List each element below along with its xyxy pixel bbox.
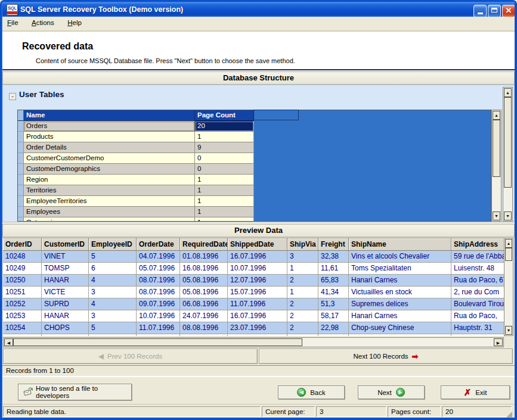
- row-indicator: [18, 175, 24, 185]
- column-header[interactable]: EmployeeID: [89, 238, 137, 251]
- cell: 1: [287, 263, 318, 275]
- row-indicator: [18, 132, 24, 142]
- column-header[interactable]: OrderID: [3, 238, 42, 251]
- how-to-send-file-button[interactable]: How to send a file to developers: [18, 384, 132, 400]
- user-table-row[interactable]: Order Details9: [18, 142, 254, 153]
- table-name-cell: Orders: [24, 121, 195, 132]
- scroll-up-icon[interactable]: ▲: [493, 111, 500, 120]
- user-table-row[interactable]: Products1: [18, 132, 254, 142]
- user-table-row[interactable]: CustomerDemographics0: [18, 164, 254, 175]
- row-indicator: [18, 121, 24, 132]
- table-name-cell: Products: [24, 132, 195, 142]
- table-row[interactable]: 10250HANAR408.07.199605.08.199612.07.199…: [3, 275, 504, 287]
- cell: 15.07.1996: [228, 334, 287, 336]
- column-header[interactable]: ShipName: [349, 238, 451, 251]
- user-table-row[interactable]: EmployeeTerritories1: [18, 196, 254, 207]
- row-indicator: [18, 196, 24, 207]
- cell: 10.07.1996: [137, 310, 180, 322]
- cell: 2, rue du Com: [451, 287, 504, 298]
- cell: HANAR: [42, 275, 89, 287]
- cell: 16.07.1996: [228, 251, 287, 263]
- scrollbar-thumb[interactable]: [504, 97, 512, 188]
- scrollbar-thumb[interactable]: [13, 338, 302, 346]
- app-icon: SQL: [7, 4, 18, 15]
- scroll-up-icon[interactable]: ▲: [505, 239, 512, 248]
- scrollbar-thumb[interactable]: [505, 248, 512, 261]
- scrollbar-thumb[interactable]: [493, 120, 500, 177]
- column-header[interactable]: Freight: [318, 238, 349, 251]
- cell: 24.07.1996: [180, 310, 228, 322]
- maximize-icon: [491, 8, 497, 13]
- column-header[interactable]: ShippedDate: [228, 238, 287, 251]
- close-button[interactable]: ✕: [502, 5, 515, 17]
- menu-file[interactable]: File: [2, 17, 24, 28]
- cell: Starenweg 5: [451, 334, 504, 336]
- scroll-down-icon[interactable]: ▼: [493, 211, 500, 220]
- collapse-user-tables-button[interactable]: -: [9, 93, 16, 100]
- how-to-send-file-label: How to send a file to developers: [36, 385, 131, 399]
- menu-help[interactable]: Help: [62, 17, 87, 28]
- cell: 23.07.1996: [228, 322, 287, 334]
- cell: 9: [89, 334, 137, 336]
- page-count-cell: 0: [195, 153, 254, 164]
- cell: 10248: [3, 251, 42, 263]
- next-arrow-icon: ➡: [412, 352, 419, 361]
- table-row[interactable]: 10252SUPRD409.07.199606.08.199611.07.199…: [3, 298, 504, 310]
- table-row[interactable]: 10248VINET504.07.199601.08.199616.07.199…: [3, 251, 504, 263]
- cell: 11.07.1996: [137, 322, 180, 334]
- table-row[interactable]: 10254CHOPS511.07.199608.08.199623.07.199…: [3, 322, 504, 334]
- database-structure-scrollbar[interactable]: ▲ ▼: [503, 87, 513, 222]
- cell: 04.07.1996: [137, 251, 180, 263]
- scroll-left-icon[interactable]: ◀: [4, 338, 13, 346]
- user-table-row[interactable]: Employees1: [18, 207, 254, 217]
- next-button[interactable]: Next ▶: [358, 385, 425, 399]
- page-count-cell: 1: [195, 196, 254, 207]
- maximize-button[interactable]: [488, 5, 501, 17]
- user-tables-scrollbar[interactable]: ▲ ▼: [491, 110, 501, 222]
- cell: 05.08.1996: [180, 287, 228, 298]
- preview-vertical-scrollbar[interactable]: ▲ ▼: [504, 238, 513, 336]
- column-header[interactable]: OrderDate: [137, 238, 180, 251]
- column-header[interactable]: ShipVia: [287, 238, 318, 251]
- user-table-row[interactable]: CustomerCustomerDemo0: [18, 153, 254, 164]
- menu-actions[interactable]: Actions: [26, 17, 60, 28]
- next-100-records-button[interactable]: Next 100 Records ➡: [259, 349, 513, 364]
- column-header[interactable]: CustomerID: [42, 238, 89, 251]
- user-table-row[interactable]: Region1: [18, 175, 254, 185]
- table-row[interactable]: 10255RICHT912.07.199609.08.199615.07.199…: [3, 334, 504, 336]
- user-table-row[interactable]: Orders20: [18, 121, 254, 132]
- table-name-cell: Categories: [24, 217, 195, 222]
- scroll-right-icon[interactable]: ▶: [494, 338, 503, 346]
- cell: 06.08.1996: [180, 298, 228, 310]
- table-row[interactable]: 10253HANAR310.07.199624.07.199616.07.199…: [3, 310, 504, 322]
- back-button[interactable]: ◀ Back: [278, 385, 345, 399]
- scroll-down-icon[interactable]: ▼: [505, 326, 512, 335]
- cell: Vins et alcools Chevalier: [349, 251, 451, 263]
- preview-horizontal-scrollbar[interactable]: ◀ ▶: [3, 337, 504, 347]
- records-range-info: Records from 1 to 100: [2, 365, 515, 377]
- column-header-name[interactable]: Name: [24, 110, 195, 121]
- table-row[interactable]: 10251VICTE308.07.199605.08.199615.07.199…: [3, 287, 504, 298]
- user-table-row[interactable]: Categories1: [18, 217, 254, 222]
- minimize-button[interactable]: [473, 5, 487, 17]
- page-count-cell: 1: [195, 185, 254, 196]
- preview-header-row: OrderIDCustomerIDEmployeeIDOrderDateRequ…: [3, 238, 504, 251]
- table-row[interactable]: 10249TOMSP605.07.199616.08.199610.07.199…: [3, 263, 504, 275]
- cell: Rua do Paco, 67: [451, 275, 504, 287]
- window-title: SQL Server Recovery Toolbox (Demo versio…: [20, 5, 183, 14]
- cell: Supremes delices: [349, 298, 451, 310]
- table-name-cell: Order Details: [24, 142, 195, 153]
- scroll-down-icon[interactable]: ▼: [504, 211, 512, 220]
- column-header[interactable]: RequiredDate: [180, 238, 228, 251]
- column-header[interactable]: ShipAddress: [451, 238, 504, 251]
- column-header-page-count[interactable]: Page Count: [195, 110, 254, 121]
- title-bar[interactable]: SQL SQL Server Recovery Toolbox (Demo ve…: [2, 2, 515, 17]
- scroll-up-icon[interactable]: ▲: [504, 88, 512, 97]
- prev-100-records-button[interactable]: ◀ Prev 100 Records: [3, 349, 258, 364]
- row-indicator: [18, 153, 24, 164]
- exit-button[interactable]: ✗ Exit: [441, 385, 510, 399]
- resize-grip-icon[interactable]: ◢: [506, 410, 515, 418]
- user-table-row[interactable]: Territories1: [18, 185, 254, 196]
- cell: 32,38: [318, 251, 349, 263]
- cell: 16.08.1996: [180, 263, 228, 275]
